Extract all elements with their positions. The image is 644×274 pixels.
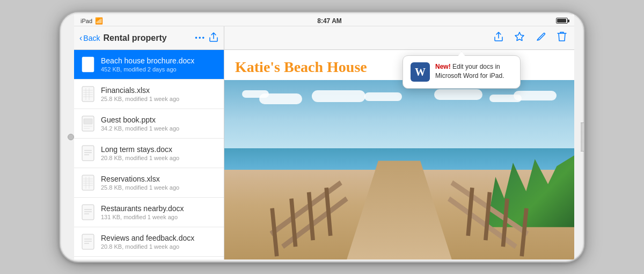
- svg-line-46: [522, 208, 526, 256]
- svg-line-42: [272, 208, 277, 256]
- file-item[interactable]: Reviews and feedback.docx 20.8 KB, modif…: [74, 227, 224, 257]
- status-right: [556, 18, 568, 24]
- file-icon-xlsx: [80, 85, 96, 103]
- file-info: Reviews and feedback.docx 20.8 KB, modif…: [101, 234, 217, 250]
- doc-image: [224, 80, 574, 259]
- ipad-label: iPad: [80, 18, 92, 24]
- file-name: Restaurants nearby.docx: [101, 204, 217, 213]
- file-meta: 20.8 KB, modified 1 week ago: [101, 243, 217, 250]
- file-item[interactable]: Services and amenities.pptx 34.2 KB, mod…: [74, 257, 224, 259]
- doc-preview: Katie's Beach House: [224, 50, 574, 259]
- svg-line-44: [309, 192, 313, 240]
- file-meta: 25.8 KB, modified 1 week ago: [101, 96, 217, 102]
- file-meta: 131 KB, modified 1 week ago: [101, 214, 217, 220]
- file-info: Long term stays.docx 20.8 KB, modified 1…: [101, 145, 217, 161]
- svg-line-48: [486, 192, 490, 240]
- status-bar: iPad 📶 8:47 AM: [74, 15, 574, 26]
- folder-title: Rental property: [103, 33, 192, 43]
- ipad-device: iPad 📶 8:47 AM ‹ Back Rental pr: [59, 11, 585, 263]
- file-info: Reservations.xlsx 25.8 KB, modified 1 we…: [101, 175, 217, 191]
- file-icon-docx: [80, 203, 96, 221]
- main-content: ‹ Back Rental property •••: [74, 26, 574, 259]
- file-meta: 20.8 KB, modified 1 week ago: [101, 155, 217, 161]
- back-chevron-icon: ‹: [79, 33, 82, 43]
- more-options-button[interactable]: •••: [195, 34, 206, 42]
- file-name: Reservations.xlsx: [101, 175, 217, 183]
- file-name: Financials.xlsx: [101, 86, 217, 95]
- tooltip-new-label: New!: [435, 63, 451, 70]
- svg-rect-0: [82, 57, 94, 72]
- file-info: Guest book.pptx 34.2 KB, modified 1 week…: [101, 116, 217, 132]
- svg-rect-12: [84, 119, 92, 124]
- word-icon: W: [411, 62, 430, 82]
- beach-scene: [224, 80, 574, 259]
- preview-toolbar: [224, 26, 574, 50]
- tooltip-text: New! Edit your docs in Microsoft Word fo…: [435, 62, 513, 81]
- file-info: Restaurants nearby.docx 131 KB, modified…: [101, 204, 217, 220]
- file-item[interactable]: Long term stays.docx 20.8 KB, modified 1…: [74, 139, 224, 168]
- file-name: Beach house brochure.docx: [101, 56, 217, 65]
- file-item[interactable]: Beach house brochure.docx 452 KB, modifi…: [74, 50, 224, 80]
- file-meta: 25.8 KB, modified 1 week ago: [101, 184, 217, 191]
- file-icon-pptx: [80, 114, 96, 133]
- doc-title: Katie's Beach House: [224, 50, 574, 80]
- ipad-screen: iPad 📶 8:47 AM ‹ Back Rental pr: [74, 15, 574, 259]
- file-icon-xlsx: [80, 174, 96, 192]
- trash-button[interactable]: [557, 31, 567, 45]
- edit-button[interactable]: [536, 31, 546, 45]
- svg-rect-15: [82, 146, 94, 161]
- svg-rect-26: [82, 205, 94, 220]
- wifi-icon: 📶: [95, 17, 103, 25]
- file-name: Long term stays.docx: [101, 145, 217, 154]
- file-meta: 34.2 KB, modified 1 week ago: [101, 125, 217, 132]
- svg-rect-19: [82, 175, 94, 190]
- svg-rect-30: [82, 234, 94, 249]
- svg-rect-4: [82, 86, 94, 102]
- status-left: iPad 📶: [80, 17, 103, 25]
- file-item[interactable]: Financials.xlsx 25.8 KB, modified 1 week…: [74, 80, 224, 109]
- back-button[interactable]: ‹ Back: [79, 33, 100, 43]
- status-time: 8:47 AM: [317, 17, 342, 25]
- file-item[interactable]: Reservations.xlsx 25.8 KB, modified 1 we…: [74, 168, 224, 198]
- file-list: Beach house brochure.docx 452 KB, modifi…: [74, 50, 224, 259]
- share-toolbar-button[interactable]: [494, 31, 503, 45]
- tooltip-popup: W New! Edit your docs in Microsoft Word …: [402, 55, 521, 89]
- battery-icon: [556, 18, 568, 24]
- file-item[interactable]: Restaurants nearby.docx 131 KB, modified…: [74, 198, 224, 227]
- file-name: Guest book.pptx: [101, 116, 217, 124]
- svg-line-45: [326, 188, 331, 235]
- file-icon-docx: [80, 233, 96, 251]
- sidebar: ‹ Back Rental property •••: [74, 26, 224, 259]
- file-icon-docx: [80, 55, 96, 74]
- file-icon-docx: [80, 144, 96, 162]
- file-info: Financials.xlsx 25.8 KB, modified 1 week…: [101, 86, 217, 102]
- sidebar-header: ‹ Back Rental property •••: [74, 26, 224, 50]
- file-info: Beach house brochure.docx 452 KB, modifi…: [101, 56, 217, 73]
- file-name: Reviews and feedback.docx: [101, 234, 217, 242]
- star-button[interactable]: [514, 31, 525, 45]
- preview-area: Katie's Beach House: [224, 26, 574, 259]
- file-meta: 452 KB, modified 2 days ago: [101, 66, 217, 73]
- back-label: Back: [83, 34, 100, 42]
- share-button[interactable]: [209, 32, 218, 45]
- file-item[interactable]: Guest book.pptx 34.2 KB, modified 1 week…: [74, 109, 224, 139]
